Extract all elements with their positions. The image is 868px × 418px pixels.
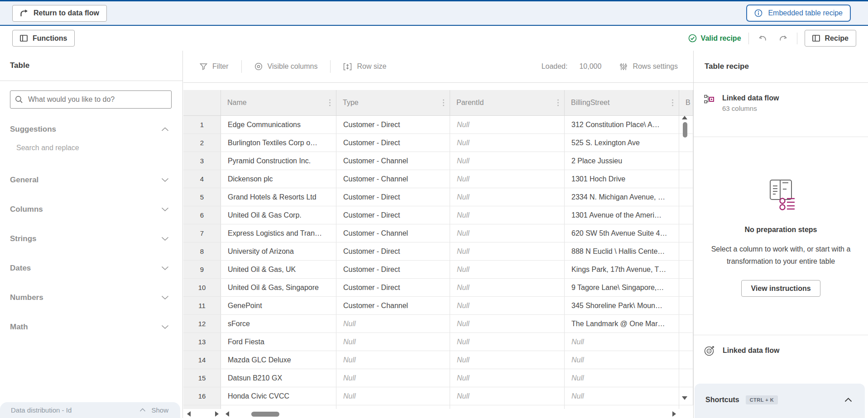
table-cell[interactable]: Customer - Direct — [336, 188, 450, 206]
row-number-cell[interactable]: 6 — [183, 206, 221, 224]
page-right-arrow[interactable] — [215, 411, 219, 417]
row-number-header[interactable] — [183, 90, 221, 115]
column-menu-icon[interactable] — [443, 100, 444, 106]
table-cell[interactable] — [450, 405, 565, 409]
table-cell[interactable]: Null — [450, 134, 565, 152]
table-cell[interactable]: Customer - Direct — [336, 116, 450, 133]
table-cell[interactable]: 1301 Hoch Drive — [565, 170, 679, 188]
scroll-right-arrow[interactable] — [672, 411, 676, 417]
table-cell[interactable]: Null — [450, 170, 565, 188]
row-number-cell[interactable]: 5 — [183, 188, 221, 206]
table-cell-clipped[interactable] — [679, 315, 693, 332]
table-cell[interactable] — [183, 405, 221, 409]
column-header-parentid[interactable]: ParentId — [450, 90, 565, 115]
row-number-cell[interactable]: 10 — [183, 279, 221, 296]
table-cell[interactable]: Null — [336, 333, 450, 351]
table-cell[interactable]: Null — [336, 369, 450, 387]
row-number-cell[interactable]: 12 — [183, 315, 221, 332]
undo-button[interactable] — [756, 33, 770, 44]
table-cell[interactable]: Mazda GLC Deluxe — [221, 351, 336, 369]
show-toggle-label[interactable]: Show — [151, 406, 168, 414]
suggestion-search-and-replace[interactable]: Search and replace — [0, 141, 182, 155]
table-cell[interactable]: Null — [450, 206, 565, 224]
row-number-cell[interactable]: 14 — [183, 351, 221, 369]
row-number-cell[interactable]: 16 — [183, 387, 221, 405]
row-number-cell[interactable]: 1 — [183, 116, 221, 133]
table-cell[interactable]: Null — [450, 333, 565, 351]
table-cell[interactable]: Null — [450, 116, 565, 133]
row-number-cell[interactable]: 15 — [183, 369, 221, 387]
scroll-up-arrow[interactable] — [682, 116, 687, 119]
column-header-clipped[interactable]: B — [679, 90, 693, 115]
table-cell[interactable]: Null — [565, 351, 679, 369]
sidebar-section-dates[interactable]: Dates — [0, 253, 182, 283]
table-cell[interactable]: 312 Constitution Place\ A… — [565, 116, 679, 133]
table-cell[interactable]: Null — [450, 224, 565, 242]
table-cell[interactable]: 345 Shoreline Park\ Moun… — [565, 297, 679, 314]
embedded-table-recipe-button[interactable]: Embedded table recipe — [746, 5, 851, 22]
sidebar-search[interactable] — [10, 90, 172, 109]
table-cell[interactable]: sForce — [221, 315, 336, 332]
functions-button[interactable]: Functions — [12, 30, 75, 47]
table-cell[interactable]: Pyramid Construction Inc. — [221, 152, 336, 170]
page-left-arrow[interactable] — [187, 411, 191, 417]
table-cell[interactable]: Null — [450, 279, 565, 296]
table-cell[interactable]: The Landmark @ One Mar… — [565, 315, 679, 332]
row-number-cell[interactable]: 7 — [183, 224, 221, 242]
column-header-billingstreet[interactable]: BillingStreet — [565, 90, 679, 115]
table-cell[interactable]: Customer - Direct — [336, 242, 450, 260]
table-cell[interactable]: Customer - Channel — [336, 297, 450, 314]
table-cell-clipped[interactable] — [679, 297, 693, 314]
table-cell[interactable]: 9 Tagore Lane\ Singapore,… — [565, 279, 679, 296]
view-instructions-button[interactable]: View instructions — [741, 280, 820, 297]
table-cell-clipped[interactable] — [679, 224, 693, 242]
linked-data-flow-link[interactable]: Linked data flow — [704, 345, 779, 356]
table-cell[interactable]: United Oil & Gas Corp. — [221, 206, 336, 224]
vertical-scrollbar-thumb[interactable] — [683, 122, 687, 138]
row-number-cell[interactable]: 13 — [183, 333, 221, 351]
return-to-data-flow-button[interactable]: Return to data flow — [12, 5, 107, 22]
table-cell[interactable]: Express Logistics and Tran… — [221, 224, 336, 242]
table-cell[interactable]: United Oil & Gas, UK — [221, 261, 336, 278]
row-number-cell[interactable]: 2 — [183, 134, 221, 152]
sidebar-section-strings[interactable]: Strings — [0, 224, 182, 253]
table-cell[interactable] — [221, 405, 336, 409]
row-number-cell[interactable]: 3 — [183, 152, 221, 170]
table-cell-clipped[interactable] — [679, 351, 693, 369]
table-cell[interactable]: GenePoint — [221, 297, 336, 314]
table-cell[interactable]: Null — [565, 387, 679, 405]
table-cell-clipped[interactable] — [679, 206, 693, 224]
sidebar-section-general[interactable]: General — [0, 165, 182, 195]
table-cell-clipped[interactable] — [679, 333, 693, 351]
table-cell[interactable] — [565, 405, 679, 409]
table-cell[interactable]: Customer - Channel — [336, 224, 450, 242]
table-cell[interactable]: Null — [336, 351, 450, 369]
table-cell[interactable]: 2334 N. Michigan Avenue, … — [565, 188, 679, 206]
table-cell-clipped[interactable] — [679, 261, 693, 278]
sidebar-section-suggestions[interactable]: Suggestions — [0, 121, 182, 138]
table-cell[interactable]: Null — [450, 387, 565, 405]
visible-columns-button[interactable]: Visible columns — [254, 62, 318, 71]
table-cell[interactable]: Honda Civic CVCC — [221, 387, 336, 405]
table-cell[interactable]: Ford Fiesta — [221, 333, 336, 351]
row-number-cell[interactable]: 4 — [183, 170, 221, 188]
column-menu-icon[interactable] — [329, 100, 331, 106]
search-input[interactable] — [27, 95, 167, 104]
table-cell[interactable]: Customer - Direct — [336, 134, 450, 152]
table-cell[interactable]: Customer - Direct — [336, 206, 450, 224]
table-cell[interactable]: 888 N Euclid \ Hallis Cente… — [565, 242, 679, 260]
row-number-cell[interactable]: 11 — [183, 297, 221, 314]
scroll-left-arrow[interactable] — [225, 411, 229, 417]
table-cell-clipped[interactable] — [679, 369, 693, 387]
table-cell[interactable]: Edge Communications — [221, 116, 336, 133]
column-header-name[interactable]: Name — [221, 90, 336, 115]
table-cell-clipped[interactable] — [679, 188, 693, 206]
table-cell[interactable]: Null — [336, 387, 450, 405]
table-cell[interactable]: Null — [450, 369, 565, 387]
table-cell[interactable]: Burlington Textiles Corp o… — [221, 134, 336, 152]
sidebar-section-math[interactable]: Math — [0, 312, 182, 342]
filter-button[interactable]: Filter — [200, 62, 229, 71]
table-cell[interactable]: Null — [336, 315, 450, 332]
table-cell[interactable]: Kings Park, 17th Avenue, T… — [565, 261, 679, 278]
table-cell[interactable]: Datsun B210 GX — [221, 369, 336, 387]
